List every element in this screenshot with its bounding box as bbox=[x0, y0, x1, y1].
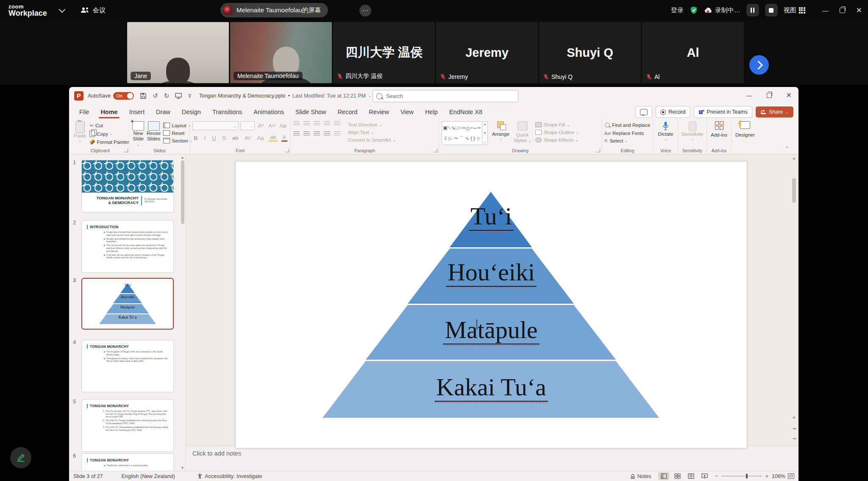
thumbnail-slide-3-selected[interactable]: Tu‘i Hou‘eiki Matāpule Kakai Tu‘a bbox=[81, 278, 174, 330]
document-title[interactable]: Tongan Monarchy & Democracy.pptx • Last … bbox=[199, 93, 371, 99]
shape-effects-button[interactable]: Shape Effects⌄ bbox=[535, 137, 579, 143]
thumbnails-scroll-up[interactable]: ▲ bbox=[181, 155, 184, 159]
font-dialog-launcher[interactable] bbox=[285, 148, 289, 152]
bold-button[interactable]: B bbox=[192, 135, 199, 141]
designer-button[interactable]: Designer bbox=[734, 121, 756, 138]
highlight-color-button[interactable]: ab bbox=[269, 134, 277, 142]
thumbnails-scrollbar[interactable] bbox=[181, 160, 184, 224]
bullets-button[interactable] bbox=[293, 121, 300, 126]
slideshow-view-button[interactable] bbox=[699, 472, 710, 480]
notes-toggle-button[interactable]: Notes bbox=[630, 473, 651, 479]
share-button[interactable]: Share ⌄ bbox=[756, 106, 793, 117]
new-slide-button[interactable]: + New Slide ⌄ bbox=[132, 121, 144, 148]
slide-counter[interactable]: Slide 3 of 27 bbox=[73, 473, 103, 479]
thumbnails-scroll-down[interactable]: ▼ bbox=[181, 466, 184, 470]
autosave-toggle[interactable]: On bbox=[113, 92, 134, 100]
tab-insert[interactable]: Insert bbox=[129, 109, 145, 115]
justify-button[interactable] bbox=[324, 131, 330, 136]
pyramid-label-kakaitua[interactable]: Kakai Tu‘a bbox=[434, 375, 548, 402]
close-button[interactable]: ✕ bbox=[856, 6, 862, 15]
display-settings-icon[interactable] bbox=[175, 93, 182, 99]
shape-gallery-scrollbar[interactable]: ▲▼⌄ bbox=[482, 121, 488, 145]
redo-button[interactable]: ↻ bbox=[164, 92, 170, 100]
tab-view[interactable]: View bbox=[401, 109, 414, 115]
thumbnail-slide-4[interactable]: TONGAN MONARCHY The Kingdom of Tonga is … bbox=[81, 340, 174, 392]
slide-scrollbar[interactable]: ▲ ▼ ⏶⏶ ⏷⏷ bbox=[791, 156, 797, 444]
shape-gallery[interactable]: ▣⟍⇘□○▭△⌐⌙⇨⇩▷〜⌒∿{}☆ ▲▼⌄ bbox=[442, 121, 488, 145]
paragraph-dialog-launcher[interactable] bbox=[434, 148, 437, 152]
ppt-close-button[interactable]: ✕ bbox=[786, 91, 792, 99]
pyramid-label-tui[interactable]: Tu‘i bbox=[469, 204, 514, 231]
text-shadow-button[interactable]: S bbox=[221, 135, 227, 141]
scrollbar-thumb[interactable] bbox=[792, 178, 796, 203]
next-slide-button[interactable]: ⏷⏷ bbox=[791, 437, 797, 441]
comments-button[interactable] bbox=[635, 106, 652, 118]
sensitivity-button[interactable]: Sensitivity ⌄ bbox=[681, 121, 704, 141]
fit-slide-to-window-button[interactable] bbox=[788, 473, 794, 479]
tab-review[interactable]: Review bbox=[369, 109, 389, 115]
decrease-indent-button[interactable] bbox=[314, 121, 320, 126]
scroll-up-arrow[interactable]: ▲ bbox=[791, 156, 797, 160]
copy-button[interactable]: Copy⌄ bbox=[89, 131, 129, 137]
previous-slide-button[interactable]: ⏶⏶ bbox=[791, 427, 797, 431]
video-tile-jeremy[interactable]: Jeremy Jeremy bbox=[436, 22, 538, 83]
italic-button[interactable]: I bbox=[203, 135, 207, 141]
slide-thumbnail-panel[interactable]: 1 TONGAN MONARCHY& DEMOCRACY Dr. Melenai… bbox=[69, 154, 186, 471]
font-size-dropdown[interactable]: ⌄ bbox=[240, 121, 255, 130]
format-painter-button[interactable]: Format Painter bbox=[89, 139, 129, 145]
thumbnail-slide-2[interactable]: INTRODUCTION Tonga has a hierarchical so… bbox=[81, 220, 174, 273]
accessibility-status[interactable]: Accessibility: Investigate bbox=[197, 473, 262, 479]
slide-sorter-view-button[interactable] bbox=[672, 472, 683, 480]
replace-fonts-button[interactable]: A⇄Replace Fonts bbox=[604, 131, 651, 136]
annotate-button[interactable] bbox=[10, 447, 31, 468]
stop-recording-button[interactable] bbox=[765, 4, 778, 17]
section-button[interactable]: Section⌄ bbox=[163, 138, 192, 143]
find-replace-button[interactable]: Find and Replace bbox=[604, 122, 651, 128]
reuse-slides-button[interactable]: Reuse Slides bbox=[147, 121, 161, 148]
addins-button[interactable]: Add-ins bbox=[709, 121, 729, 138]
line-spacing-button[interactable] bbox=[334, 121, 340, 126]
tab-record[interactable]: Record bbox=[338, 109, 358, 115]
search-box[interactable] bbox=[373, 90, 518, 102]
quick-styles-button[interactable]: Quick Styles ⌄ bbox=[514, 121, 531, 143]
chevron-down-icon[interactable] bbox=[58, 6, 65, 13]
restore-button[interactable] bbox=[840, 8, 845, 13]
pyramid-label-matapule[interactable]: Matāpule bbox=[443, 318, 539, 344]
tab-home[interactable]: Home bbox=[100, 109, 117, 115]
view-button[interactable]: 视图 bbox=[784, 6, 805, 14]
video-tile-sichuan[interactable]: 四川大学 温侯 四川大学 温侯 bbox=[333, 22, 435, 83]
thumbnail-slide-5[interactable]: TONGAN MONARCHY The first dynasty, the T… bbox=[81, 399, 174, 452]
next-participants-button[interactable] bbox=[749, 55, 769, 75]
columns-button[interactable] bbox=[334, 131, 340, 136]
clear-formatting-button[interactable]: A⌀ bbox=[278, 123, 288, 129]
record-button[interactable]: Record bbox=[656, 106, 690, 118]
zoom-in-button[interactable]: + bbox=[765, 473, 768, 479]
notes-pane[interactable]: Click to add notes bbox=[186, 445, 798, 471]
font-color-button[interactable]: A bbox=[281, 134, 288, 142]
more-options-button[interactable]: ⋯ bbox=[359, 5, 371, 17]
cut-button[interactable]: ✂Cut bbox=[89, 123, 129, 129]
zoom-out-button[interactable]: − bbox=[715, 473, 718, 479]
convert-to-smartart-button[interactable]: Convert to SmartArt⌄ bbox=[348, 137, 395, 143]
zoom-percentage[interactable]: 106% bbox=[772, 473, 785, 479]
paste-button[interactable]: Paste ⌄ bbox=[74, 121, 86, 145]
increase-indent-button[interactable] bbox=[324, 121, 330, 126]
save-icon[interactable] bbox=[140, 92, 147, 99]
tab-draw[interactable]: Draw bbox=[156, 109, 170, 115]
undo-button[interactable]: ↺ bbox=[153, 92, 158, 100]
align-text-button[interactable]: Align Text⌄ bbox=[348, 130, 395, 135]
align-left-button[interactable] bbox=[293, 131, 300, 136]
tab-help[interactable]: Help bbox=[425, 109, 438, 115]
minimize-button[interactable]: — bbox=[822, 7, 829, 14]
tab-file[interactable]: File bbox=[79, 109, 89, 115]
dictate-button[interactable]: Dictate ⌄ bbox=[656, 121, 675, 141]
language-indicator[interactable]: English (New Zealand) bbox=[122, 473, 175, 479]
video-tile-al[interactable]: Al Al bbox=[642, 22, 744, 83]
tab-animations[interactable]: Animations bbox=[253, 109, 284, 115]
shrink-font-button[interactable]: A˅ bbox=[267, 123, 276, 129]
clipboard-dialog-launcher[interactable] bbox=[124, 148, 128, 152]
video-tile-melenaite[interactable]: Melenaite Taumoefolau bbox=[230, 22, 332, 83]
thumbnail-slide-6[interactable]: TONGAN MONARCHY Chiefliness (‘eikiness) … bbox=[81, 453, 174, 471]
shape-fill-button[interactable]: Shape Fill⌄ bbox=[535, 122, 579, 127]
change-case-button[interactable]: Aa bbox=[256, 135, 265, 141]
